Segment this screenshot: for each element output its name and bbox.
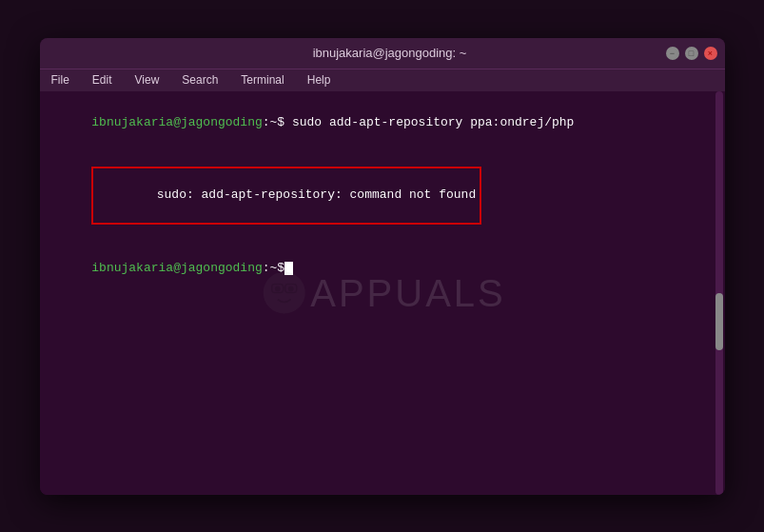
window-title: ibnujakaria@jagongoding: ~ [114,46,666,60]
error-text: sudo: add-apt-repository: command not fo… [157,187,476,202]
menu-search[interactable]: Search [178,71,222,89]
close-button[interactable]: × [704,47,717,60]
prompt-path-1: :~$ [263,115,284,129]
maximize-button[interactable]: □ [685,47,698,60]
terminal-body[interactable]: ibnujakaria@jagongoding:~$ sudo add-apt-… [40,91,725,495]
prompt-path-3: :~$ [263,261,284,275]
menu-terminal[interactable]: Terminal [237,71,287,89]
terminal-line-1: ibnujakaria@jagongoding:~$ sudo add-apt-… [48,97,717,149]
terminal-window: ibnujakaria@jagongoding: ~ − □ × File Ed… [40,38,725,495]
scrollbar[interactable] [715,91,723,495]
prompt-user-3: ibnujakaria@jagongoding [91,261,262,275]
terminal-line-3: ibnujakaria@jagongoding:~$ [48,243,717,295]
terminal-line-2: sudo: add-apt-repository: command not fo… [48,148,717,243]
menu-view[interactable]: View [131,71,164,89]
minimize-button[interactable]: − [666,47,679,60]
menu-help[interactable]: Help [304,71,335,89]
menu-file[interactable]: File [48,71,73,89]
terminal-cursor [284,262,293,275]
title-bar: ibnujakaria@jagongoding: ~ − □ × [40,38,725,69]
menu-bar: File Edit View Search Terminal Help [40,69,725,91]
prompt-user-1: ibnujakaria@jagongoding [91,115,262,129]
scrollbar-thumb[interactable] [715,293,723,350]
error-box: sudo: add-apt-repository: command not fo… [91,167,481,225]
command-text-1: sudo add-apt-repository ppa:ondrej/php [284,115,574,129]
window-controls: − □ × [666,47,717,60]
menu-edit[interactable]: Edit [88,71,116,89]
